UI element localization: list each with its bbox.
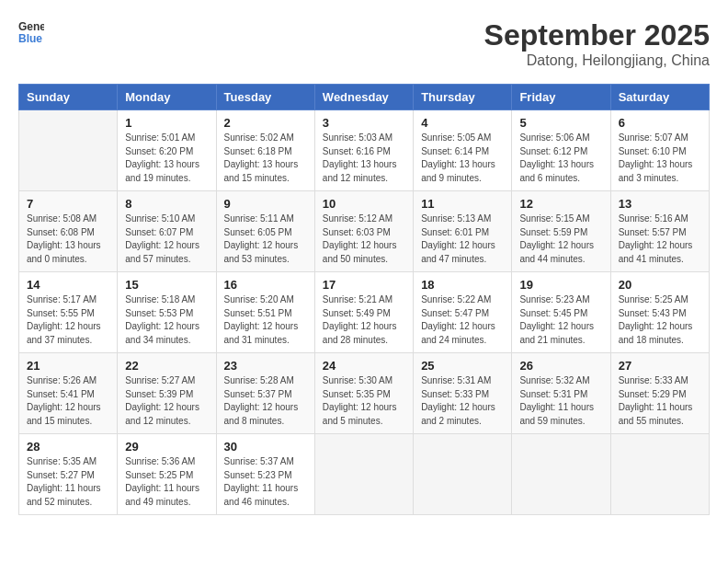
calendar-day-cell — [610, 434, 709, 515]
day-info: Sunrise: 5:25 AM Sunset: 5:43 PM Dayligh… — [619, 293, 701, 347]
day-info: Sunrise: 5:06 AM Sunset: 6:12 PM Dayligh… — [519, 132, 602, 185]
day-info: Sunrise: 5:15 AM Sunset: 5:59 PM Dayligh… — [519, 213, 602, 266]
day-info: Sunrise: 5:05 AM Sunset: 6:14 PM Dayligh… — [421, 132, 504, 185]
calendar-day-cell — [314, 434, 413, 515]
day-number: 14 — [27, 278, 109, 292]
day-info: Sunrise: 5:23 AM Sunset: 5:45 PM Dayligh… — [519, 293, 602, 347]
day-info: Sunrise: 5:36 AM Sunset: 5:25 PM Dayligh… — [125, 455, 208, 509]
weekday-header-cell: Friday — [512, 85, 610, 110]
calendar-day-cell: 1Sunrise: 5:01 AM Sunset: 6:20 PM Daylig… — [118, 110, 216, 191]
calendar-day-cell: 25Sunrise: 5:31 AM Sunset: 5:33 PM Dayli… — [414, 353, 512, 434]
calendar-day-cell: 15Sunrise: 5:18 AM Sunset: 5:53 PM Dayli… — [118, 272, 216, 353]
calendar-week-row: 14Sunrise: 5:17 AM Sunset: 5:55 PM Dayli… — [19, 272, 710, 353]
calendar-day-cell: 6Sunrise: 5:07 AM Sunset: 6:10 PM Daylig… — [610, 110, 709, 191]
weekday-header-cell: Wednesday — [314, 85, 413, 110]
day-info: Sunrise: 5:27 AM Sunset: 5:39 PM Dayligh… — [125, 374, 208, 428]
day-info: Sunrise: 5:17 AM Sunset: 5:55 PM Dayligh… — [27, 293, 109, 347]
calendar-table: SundayMondayTuesdayWednesdayThursdayFrid… — [18, 84, 710, 515]
weekday-header-row: SundayMondayTuesdayWednesdayThursdayFrid… — [19, 85, 710, 110]
day-number: 15 — [125, 278, 208, 292]
calendar-day-cell: 13Sunrise: 5:16 AM Sunset: 5:57 PM Dayli… — [610, 191, 709, 272]
calendar-day-cell: 30Sunrise: 5:37 AM Sunset: 5:23 PM Dayli… — [216, 434, 314, 515]
day-number: 17 — [323, 278, 405, 292]
calendar-day-cell: 19Sunrise: 5:23 AM Sunset: 5:45 PM Dayli… — [512, 272, 610, 353]
day-number: 21 — [27, 359, 109, 373]
title-area: September 2025 Datong, Heilongjiang, Chi… — [484, 18, 710, 69]
day-number: 23 — [224, 359, 307, 373]
day-number: 30 — [224, 440, 307, 454]
day-info: Sunrise: 5:26 AM Sunset: 5:41 PM Dayligh… — [27, 374, 109, 428]
day-info: Sunrise: 5:03 AM Sunset: 6:16 PM Dayligh… — [323, 132, 405, 185]
month-title: September 2025 — [484, 18, 710, 52]
calendar-day-cell — [512, 434, 610, 515]
calendar-week-row: 1Sunrise: 5:01 AM Sunset: 6:20 PM Daylig… — [19, 110, 710, 191]
day-number: 2 — [224, 116, 307, 130]
day-info: Sunrise: 5:01 AM Sunset: 6:20 PM Dayligh… — [125, 132, 208, 185]
calendar-day-cell: 9Sunrise: 5:11 AM Sunset: 6:05 PM Daylig… — [216, 191, 314, 272]
calendar-body: 1Sunrise: 5:01 AM Sunset: 6:20 PM Daylig… — [19, 110, 710, 515]
day-number: 12 — [519, 197, 602, 211]
location-title: Datong, Heilongjiang, China — [484, 52, 710, 69]
day-number: 25 — [421, 359, 504, 373]
calendar-day-cell: 4Sunrise: 5:05 AM Sunset: 6:14 PM Daylig… — [414, 110, 512, 191]
calendar-day-cell: 11Sunrise: 5:13 AM Sunset: 6:01 PM Dayli… — [414, 191, 512, 272]
day-info: Sunrise: 5:13 AM Sunset: 6:01 PM Dayligh… — [421, 213, 504, 266]
day-info: Sunrise: 5:10 AM Sunset: 6:07 PM Dayligh… — [125, 213, 208, 266]
weekday-header-cell: Saturday — [610, 85, 709, 110]
calendar-day-cell: 27Sunrise: 5:33 AM Sunset: 5:29 PM Dayli… — [610, 353, 709, 434]
day-number: 19 — [519, 278, 602, 292]
calendar-day-cell — [19, 110, 118, 191]
day-info: Sunrise: 5:33 AM Sunset: 5:29 PM Dayligh… — [619, 374, 701, 428]
logo: General Blue — [18, 18, 44, 44]
calendar-day-cell: 28Sunrise: 5:35 AM Sunset: 5:27 PM Dayli… — [19, 434, 118, 515]
weekday-header-cell: Tuesday — [216, 85, 314, 110]
day-number: 10 — [323, 197, 405, 211]
day-number: 13 — [619, 197, 701, 211]
calendar-day-cell: 17Sunrise: 5:21 AM Sunset: 5:49 PM Dayli… — [314, 272, 413, 353]
calendar-week-row: 21Sunrise: 5:26 AM Sunset: 5:41 PM Dayli… — [19, 353, 710, 434]
day-info: Sunrise: 5:16 AM Sunset: 5:57 PM Dayligh… — [619, 213, 701, 266]
day-number: 4 — [421, 116, 504, 130]
calendar-day-cell: 2Sunrise: 5:02 AM Sunset: 6:18 PM Daylig… — [216, 110, 314, 191]
day-number: 16 — [224, 278, 307, 292]
day-number: 1 — [125, 116, 208, 130]
day-info: Sunrise: 5:31 AM Sunset: 5:33 PM Dayligh… — [421, 374, 504, 428]
day-number: 29 — [125, 440, 208, 454]
svg-text:Blue: Blue — [18, 32, 42, 44]
day-number: 18 — [421, 278, 504, 292]
day-number: 11 — [421, 197, 504, 211]
day-number: 9 — [224, 197, 307, 211]
calendar-week-row: 28Sunrise: 5:35 AM Sunset: 5:27 PM Dayli… — [19, 434, 710, 515]
day-info: Sunrise: 5:30 AM Sunset: 5:35 PM Dayligh… — [323, 374, 405, 428]
day-info: Sunrise: 5:37 AM Sunset: 5:23 PM Dayligh… — [224, 455, 307, 509]
day-number: 6 — [619, 116, 701, 130]
calendar-week-row: 7Sunrise: 5:08 AM Sunset: 6:08 PM Daylig… — [19, 191, 710, 272]
day-info: Sunrise: 5:28 AM Sunset: 5:37 PM Dayligh… — [224, 374, 307, 428]
weekday-header-cell: Thursday — [414, 85, 512, 110]
day-info: Sunrise: 5:35 AM Sunset: 5:27 PM Dayligh… — [27, 455, 109, 509]
calendar-day-cell: 20Sunrise: 5:25 AM Sunset: 5:43 PM Dayli… — [610, 272, 709, 353]
calendar-day-cell — [414, 434, 512, 515]
day-number: 22 — [125, 359, 208, 373]
calendar-day-cell: 29Sunrise: 5:36 AM Sunset: 5:25 PM Dayli… — [118, 434, 216, 515]
day-info: Sunrise: 5:22 AM Sunset: 5:47 PM Dayligh… — [421, 293, 504, 347]
day-number: 3 — [323, 116, 405, 130]
day-number: 20 — [619, 278, 701, 292]
weekday-header-cell: Sunday — [19, 85, 118, 110]
day-info: Sunrise: 5:21 AM Sunset: 5:49 PM Dayligh… — [323, 293, 405, 347]
day-number: 8 — [125, 197, 208, 211]
calendar-day-cell: 21Sunrise: 5:26 AM Sunset: 5:41 PM Dayli… — [19, 353, 118, 434]
day-info: Sunrise: 5:11 AM Sunset: 6:05 PM Dayligh… — [224, 213, 307, 266]
calendar-day-cell: 14Sunrise: 5:17 AM Sunset: 5:55 PM Dayli… — [19, 272, 118, 353]
logo-icon: General Blue — [18, 18, 44, 44]
calendar-day-cell: 16Sunrise: 5:20 AM Sunset: 5:51 PM Dayli… — [216, 272, 314, 353]
weekday-header-cell: Monday — [118, 85, 216, 110]
calendar-day-cell: 18Sunrise: 5:22 AM Sunset: 5:47 PM Dayli… — [414, 272, 512, 353]
day-info: Sunrise: 5:32 AM Sunset: 5:31 PM Dayligh… — [519, 374, 602, 428]
day-number: 7 — [27, 197, 109, 211]
calendar-day-cell: 26Sunrise: 5:32 AM Sunset: 5:31 PM Dayli… — [512, 353, 610, 434]
calendar-day-cell: 3Sunrise: 5:03 AM Sunset: 6:16 PM Daylig… — [314, 110, 413, 191]
svg-text:General: General — [18, 20, 44, 33]
calendar-day-cell: 10Sunrise: 5:12 AM Sunset: 6:03 PM Dayli… — [314, 191, 413, 272]
page-header: General Blue September 2025 Datong, Heil… — [18, 18, 710, 69]
